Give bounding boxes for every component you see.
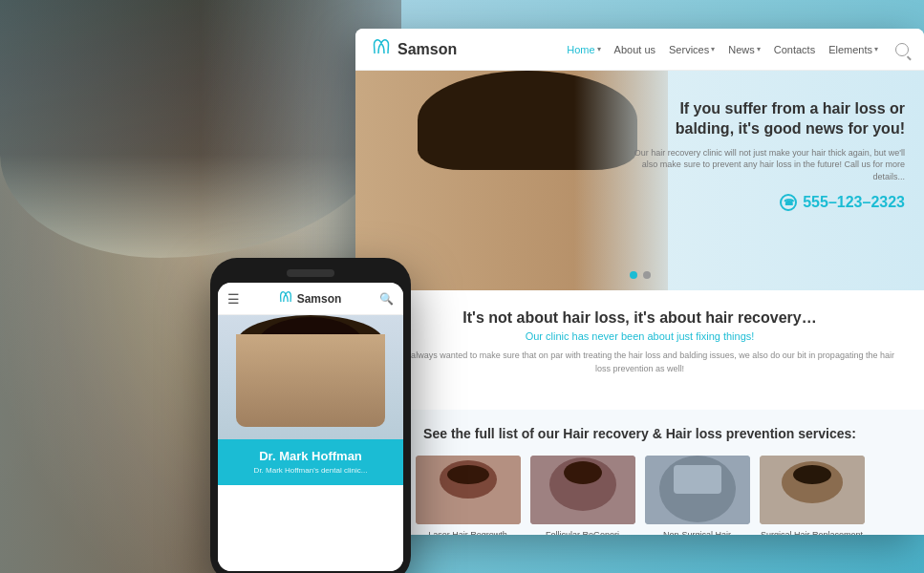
service-card-4: Surgical Hair Replacement	[760, 456, 865, 535]
service-label-4: Surgical Hair Replacement	[760, 530, 865, 535]
service-card-1: Laser Hair Regrowth	[416, 456, 521, 535]
section1-body: We've always wanted to make sure that on…	[378, 350, 901, 375]
phone-search-icon[interactable]: 🔍	[379, 292, 394, 306]
phone-bottom-area	[218, 485, 403, 571]
svg-point-4	[549, 457, 616, 511]
phone-logo: Samson	[278, 290, 342, 307]
services-grid: Laser Hair Regrowth Follicular ReGeneri …	[378, 456, 901, 535]
svg-rect-0	[416, 456, 521, 524]
svg-rect-3	[530, 456, 635, 524]
section1-subtitle: Our clinic has never been about just fix…	[378, 330, 901, 342]
svg-point-10	[782, 461, 843, 503]
hero-section: If you suffer from a hair loss or baldin…	[355, 71, 924, 290]
section1-title: It's not about hair loss, it's about hai…	[378, 309, 901, 327]
svg-point-13	[270, 334, 351, 420]
phone-hero-image	[218, 315, 403, 439]
dot-1[interactable]	[630, 271, 637, 279]
svg-point-2	[447, 465, 489, 484]
svg-point-1	[440, 460, 497, 499]
hero-phone: ☎ 555–123–2323	[629, 194, 905, 211]
service-card-2: Follicular ReGeneri Treatment	[530, 456, 635, 535]
chevron-icon-2: ▾	[711, 45, 715, 53]
nav-news[interactable]: News ▾	[728, 44, 761, 55]
nav-home[interactable]: Home ▾	[567, 44, 600, 55]
chevron-icon-3: ▾	[757, 45, 761, 53]
service-img-2	[530, 456, 635, 524]
nav-about[interactable]: About us	[614, 44, 655, 55]
search-button[interactable]	[895, 43, 909, 56]
phone-logo-icon	[278, 290, 293, 307]
hero-content: If you suffer from a hair loss or baldin…	[619, 90, 914, 221]
browser-window: Samson Home ▾ About us Services ▾ News ▾…	[355, 29, 924, 535]
hero-dots	[630, 271, 651, 279]
phone-menu-icon[interactable]: ☰	[227, 291, 240, 307]
svg-point-14	[290, 360, 309, 375]
services-title: See the full list of our Hair recovery &…	[378, 425, 901, 442]
logo-text: Samson	[398, 41, 457, 58]
phone-screen: ☰ Samson 🔍	[218, 283, 403, 571]
phone-notch	[287, 269, 334, 277]
svg-point-11	[793, 465, 831, 484]
svg-rect-8	[674, 465, 721, 494]
mobile-phone: ☰ Samson 🔍	[210, 258, 411, 573]
nav-links: Home ▾ About us Services ▾ News ▾ Contac…	[567, 43, 909, 56]
svg-rect-6	[645, 456, 750, 524]
hero-subtitle: Our hair recovery clinic will not just m…	[629, 147, 905, 183]
phone-doctor-info: Dr. Mark Hoffman Dr. Mark Hoffman's dent…	[218, 439, 403, 485]
site-logo: Samson	[371, 38, 457, 60]
service-card-3: Non-Surgical Hair Replacement	[645, 456, 750, 535]
service-label-2: Follicular ReGeneri Treatment	[530, 530, 635, 535]
service-label-1: Laser Hair Regrowth	[416, 530, 521, 535]
phone-navbar: ☰ Samson 🔍	[218, 283, 403, 315]
site-navbar: Samson Home ▾ About us Services ▾ News ▾…	[355, 29, 924, 71]
services-section: See the full list of our Hair recovery &…	[355, 410, 924, 535]
svg-point-5	[564, 461, 602, 484]
content-section: It's not about hair loss, it's about hai…	[355, 290, 924, 410]
phone-logo-text: Samson	[297, 292, 342, 306]
service-img-4	[760, 456, 865, 524]
hero-title: If you suffer from a hair loss or baldin…	[629, 99, 905, 139]
service-img-3	[645, 456, 750, 524]
phone-number: 555–123–2323	[803, 194, 905, 211]
svg-point-7	[659, 456, 736, 522]
chevron-icon-4: ▾	[874, 45, 878, 53]
svg-point-15	[291, 392, 330, 420]
dot-2[interactable]	[643, 271, 651, 279]
nav-contacts[interactable]: Contacts	[774, 44, 815, 55]
service-label-3: Non-Surgical Hair Replacement	[645, 530, 750, 535]
nav-services[interactable]: Services ▾	[669, 44, 715, 55]
svg-rect-9	[760, 456, 865, 524]
chevron-icon: ▾	[597, 45, 601, 53]
phone-icon: ☎	[780, 194, 797, 211]
logo-icon	[371, 38, 392, 60]
svg-point-12	[258, 317, 363, 371]
phone-doctor-name: Dr. Mark Hoffman	[227, 449, 394, 463]
phone-doctor-desc: Dr. Mark Hoffman's dental clinic...	[227, 466, 394, 476]
service-img-1	[416, 456, 521, 524]
nav-elements[interactable]: Elements ▾	[828, 44, 878, 55]
